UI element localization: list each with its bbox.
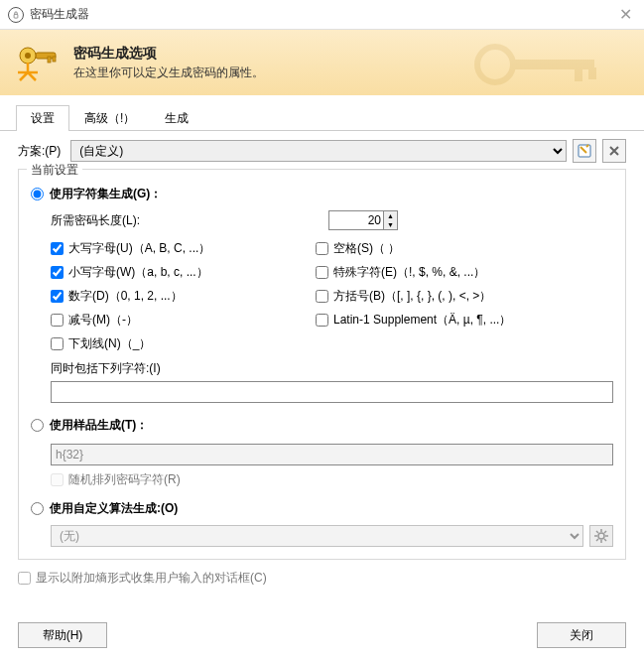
- profile-label: 方案:(P): [18, 143, 61, 160]
- radio-algo[interactable]: [31, 502, 44, 515]
- check-minus[interactable]: 减号(M)（-）: [51, 312, 314, 329]
- window-title: 密码生成器: [30, 6, 89, 23]
- header-subtitle: 在这里你可以定义生成密码的属性。: [73, 65, 264, 81]
- check-lower[interactable]: 小写字母(W)（a, b, c, ...）: [51, 264, 314, 281]
- check-upper[interactable]: 大写字母(U)（A, B, C, ...）: [51, 240, 314, 257]
- radio-pattern[interactable]: [31, 419, 44, 432]
- profile-select[interactable]: (自定义): [70, 140, 567, 162]
- pattern-input: [51, 444, 613, 465]
- check-underscore[interactable]: 下划线(N)（_）: [51, 335, 314, 352]
- radio-pattern-row[interactable]: 使用样品生成(T)：: [31, 417, 613, 434]
- check-shuffle: 随机排列密码字符(R): [51, 471, 613, 488]
- algo-select: (无): [51, 525, 583, 547]
- tab-advanced[interactable]: 高级（!）: [69, 105, 150, 131]
- check-latin1[interactable]: Latin-1 Supplement（Ä, µ, ¶, ...）: [316, 312, 613, 329]
- svg-rect-0: [14, 14, 18, 18]
- svg-rect-5: [53, 57, 56, 62]
- algo-settings-button: [589, 525, 613, 547]
- svg-point-6: [477, 47, 513, 82]
- tab-strip: 设置 高级（!） 生成: [0, 95, 644, 131]
- delete-profile-button[interactable]: [602, 139, 626, 163]
- groupbox-legend: 当前设置: [27, 162, 82, 179]
- length-input[interactable]: [329, 211, 383, 229]
- also-include-label: 同时包括下列字符:(I): [51, 360, 613, 377]
- check-space[interactable]: 空格(S)（ ）: [316, 240, 613, 257]
- svg-rect-9: [588, 67, 596, 79]
- footer: 帮助(H) 关闭: [0, 622, 644, 648]
- check-special[interactable]: 特殊字符(E)（!, $, %, &, ...）: [316, 264, 613, 281]
- faint-key-icon: [465, 40, 614, 92]
- also-include-input[interactable]: [51, 381, 613, 403]
- svg-line-19: [596, 539, 598, 541]
- radio-pattern-label: 使用样品生成(T)：: [50, 417, 148, 434]
- radio-charset[interactable]: [31, 188, 44, 200]
- check-digit[interactable]: 数字(D)（0, 1, 2, ...）: [51, 288, 314, 305]
- length-label: 所需密码长度(L):: [51, 212, 328, 229]
- save-profile-button[interactable]: [573, 139, 596, 163]
- svg-line-18: [604, 531, 606, 533]
- length-spinner[interactable]: ▲ ▼: [328, 210, 398, 230]
- radio-charset-row[interactable]: 使用字符集生成(G)：: [31, 186, 613, 202]
- key-icon: [16, 39, 64, 86]
- header-banner: 密码生成选项 在这里你可以定义生成密码的属性。: [0, 30, 644, 95]
- check-entropy[interactable]: 显示以附加熵形式收集用户输入的对话框(C): [18, 570, 626, 587]
- svg-line-17: [604, 539, 606, 541]
- app-icon: [8, 7, 24, 23]
- header-title: 密码生成选项: [73, 45, 264, 63]
- current-settings-group: 当前设置 使用字符集生成(G)： 所需密码长度(L): ▲ ▼ 大写字母(U)（…: [18, 169, 626, 560]
- tab-generate[interactable]: 生成: [150, 105, 203, 131]
- svg-rect-4: [48, 57, 51, 63]
- title-bar: 密码生成器 ✕: [0, 0, 644, 30]
- gear-icon: [594, 529, 608, 543]
- check-bracket[interactable]: 方括号(B)（[, ], {, }, (, ), <, >）: [316, 288, 613, 305]
- svg-point-11: [598, 533, 604, 539]
- radio-algo-label: 使用自定义算法生成:(O): [50, 500, 178, 517]
- tab-settings[interactable]: 设置: [16, 105, 69, 131]
- spinner-up[interactable]: ▲: [384, 211, 397, 220]
- spinner-down[interactable]: ▼: [384, 220, 397, 229]
- svg-line-16: [596, 531, 598, 533]
- radio-charset-label: 使用字符集生成(G)：: [50, 186, 162, 202]
- close-button[interactable]: 关闭: [537, 622, 626, 648]
- radio-algo-row[interactable]: 使用自定义算法生成:(O): [31, 500, 613, 517]
- svg-point-3: [25, 53, 31, 59]
- close-icon[interactable]: ✕: [615, 5, 636, 24]
- help-button[interactable]: 帮助(H): [18, 622, 107, 648]
- svg-rect-8: [575, 67, 582, 81]
